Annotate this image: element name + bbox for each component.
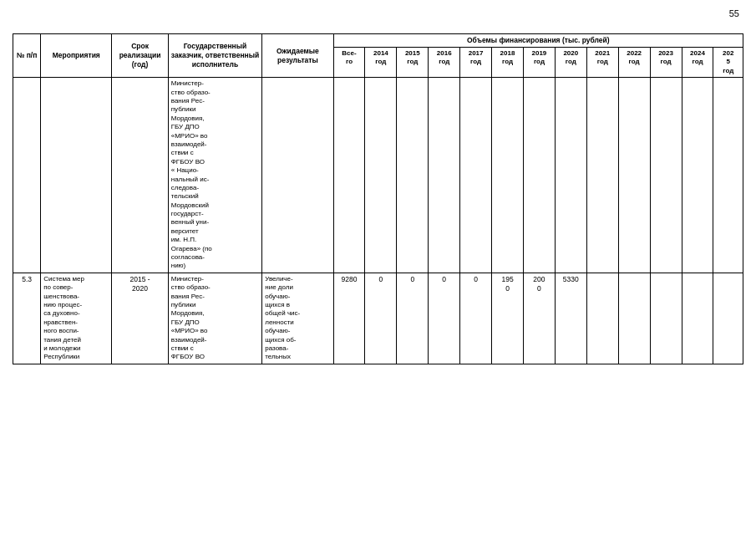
cell-2016-5-3: 0 <box>429 273 460 364</box>
header-2018: 2018год <box>492 48 524 78</box>
cell-vsego-5-3: 9280 <box>333 273 365 364</box>
cell-ozhid <box>262 78 333 273</box>
header-2020: 2020год <box>555 48 586 78</box>
header-2016: 2016год <box>429 48 460 78</box>
header-row-1: № п/п Мероприятия Срок реализации (год) … <box>13 34 743 48</box>
cell-gos-5-3: Министер-ство образо-вания Рес-публикиМо… <box>168 273 262 364</box>
cell-2023-5-3 <box>650 273 682 364</box>
header-meropr: Мероприятия <box>41 34 112 78</box>
cell-srok <box>112 78 168 273</box>
cell-vsego <box>333 78 365 273</box>
cell-2019-5-3: 2000 <box>523 273 555 364</box>
cell-2018 <box>492 78 524 273</box>
cell-2021 <box>586 78 618 273</box>
header-2024: 2024год <box>682 48 713 78</box>
cell-2014 <box>365 78 397 273</box>
cell-2022-5-3 <box>618 273 650 364</box>
header-2017: 2017год <box>460 48 492 78</box>
cell-2021-5-3 <box>586 273 618 364</box>
cell-2017 <box>460 78 492 273</box>
cell-meropr-5-3: Система мерпо совер-шенствова-нию процес… <box>41 273 112 364</box>
cell-meropr <box>41 78 112 273</box>
cell-2025 <box>713 78 743 273</box>
header-2021: 2021год <box>586 48 618 78</box>
cell-2020 <box>555 78 586 273</box>
cell-num <box>13 78 41 273</box>
cell-2023 <box>650 78 682 273</box>
header-2023: 2023год <box>650 48 682 78</box>
cell-2020-5-3: 5330 <box>555 273 586 364</box>
header-num: № п/п <box>13 34 41 78</box>
header-2022: 2022год <box>618 48 650 78</box>
header-2014: 2014год <box>365 48 397 78</box>
header-vsego: Все-го <box>333 48 365 78</box>
cell-gos: Министер-ство образо-вания Рес-публикиМо… <box>168 78 262 273</box>
header-2025: 2025год <box>713 48 743 78</box>
cell-srok-5-3: 2015 -2020 <box>112 273 168 364</box>
header-2019: 2019год <box>523 48 555 78</box>
page: 55 № п/п Мероприятия <box>0 0 756 535</box>
header-2015: 2015год <box>397 48 429 78</box>
cell-2014-5-3: 0 <box>365 273 397 364</box>
main-table: № п/п Мероприятия Срок реализации (год) … <box>13 33 743 364</box>
header-ozhid: Ожидаемые результаты <box>262 34 333 78</box>
cell-2015 <box>397 78 429 273</box>
cell-ozhid-5-3: Увеличе-ние долиобучаю-щихся вобщей чис-… <box>262 273 333 364</box>
cell-2025-5-3 <box>713 273 743 364</box>
header-gos: Государственный заказчик, ответственный … <box>168 34 262 78</box>
header-srok: Срок реализации (год) <box>112 34 168 78</box>
cell-2017-5-3: 0 <box>460 273 492 364</box>
table-row: Министер-ство образо-вания Рес-публикиМо… <box>13 78 743 273</box>
cell-2015-5-3: 0 <box>397 273 429 364</box>
cell-2024-5-3 <box>682 273 713 364</box>
cell-2022 <box>618 78 650 273</box>
header-volumes: Объемы финансирования (тыс. рублей) <box>333 34 743 48</box>
cell-2024 <box>682 78 713 273</box>
page-number: 55 <box>729 8 739 18</box>
cell-2018-5-3: 1950 <box>492 273 524 364</box>
cell-2019 <box>523 78 555 273</box>
cell-num-5-3: 5.3 <box>13 273 41 364</box>
table-row-5-3: 5.3 Система мерпо совер-шенствова-нию пр… <box>13 273 743 364</box>
cell-2016 <box>429 78 460 273</box>
